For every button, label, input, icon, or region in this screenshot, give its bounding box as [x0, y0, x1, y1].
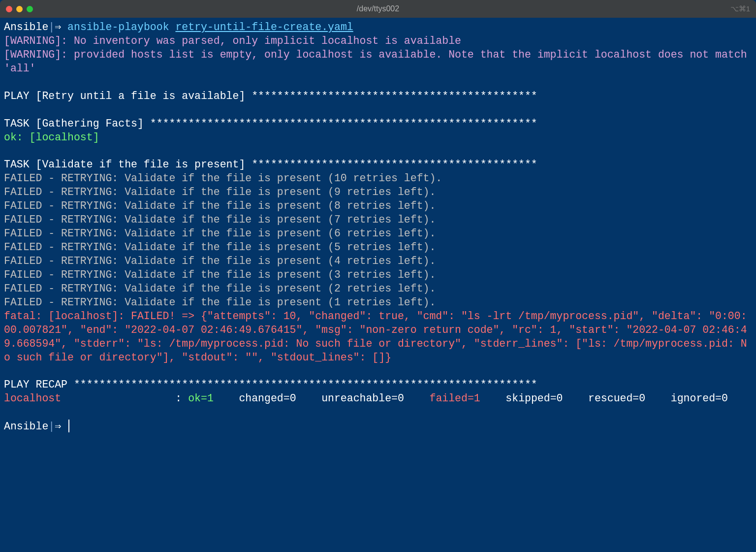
task-header: TASK [Validate if the file is present] *… [4, 158, 752, 172]
recap-failed: failed=1 [423, 392, 500, 404]
warning-line: [WARNING]: provided hosts list is empty,… [4, 48, 752, 76]
cursor-icon [68, 420, 69, 432]
command-text: ansible-playbook [67, 21, 175, 33]
recap-line: localhost : ok=1 changed=0 unreachable=0… [4, 392, 752, 406]
prompt-separator: | [48, 21, 55, 33]
close-icon[interactable] [6, 6, 12, 12]
blank-line [4, 103, 752, 117]
task-ok-line: ok: [localhost] [4, 131, 752, 145]
command-line: Ansible|⇒ ansible-playbook retry-until-f… [4, 21, 752, 34]
retry-line: FAILED - RETRYING: Validate if the file … [4, 186, 752, 199]
retry-line: FAILED - RETRYING: Validate if the file … [4, 255, 752, 268]
fatal-line: fatal: [localhost]: FAILED! => {"attempt… [4, 310, 752, 365]
retry-line: FAILED - RETRYING: Validate if the file … [4, 241, 752, 255]
prompt-project: Ansible [4, 21, 48, 33]
retry-line: FAILED - RETRYING: Validate if the file … [4, 199, 752, 213]
traffic-lights [6, 6, 33, 12]
terminal-output[interactable]: Ansible|⇒ ansible-playbook retry-until-f… [0, 18, 756, 438]
minimize-icon[interactable] [16, 6, 23, 12]
prompt-separator: | [48, 421, 55, 432]
retry-line: FAILED - RETRYING: Validate if the file … [4, 268, 752, 282]
recap-host: localhost [4, 392, 61, 404]
titlebar-shortcut-indicator: ⌥⌘1 [730, 4, 750, 14]
recap-changed: changed=0 [233, 392, 315, 404]
blank-line [4, 144, 752, 158]
prompt-arrow: ⇒ [55, 421, 67, 432]
blank-line [4, 76, 752, 90]
recap-ok: ok=1 [188, 392, 232, 404]
prompt-arrow: ⇒ [55, 21, 67, 33]
retry-line: FAILED - RETRYING: Validate if the file … [4, 296, 752, 310]
recap-rescued: rescued=0 [582, 392, 664, 404]
play-header: PLAY [Retry until a file is available] *… [4, 90, 752, 103]
retry-line: FAILED - RETRYING: Validate if the file … [4, 172, 752, 186]
blank-line [4, 406, 752, 420]
recap-skipped: skipped=0 [499, 392, 582, 404]
recap-pad [61, 392, 169, 404]
blank-line [4, 364, 752, 378]
command-arg: retry-until-file-create.yaml [175, 21, 353, 33]
prompt-project: Ansible [4, 421, 48, 432]
retry-line: FAILED - RETRYING: Validate if the file … [4, 213, 752, 227]
recap-unreachable: unreachable=0 [315, 392, 423, 404]
window-title: /dev/ttys002 [357, 4, 399, 14]
recap-sep: : [169, 392, 188, 404]
recap-header: PLAY RECAP *****************************… [4, 378, 752, 392]
warning-line: [WARNING]: No inventory was parsed, only… [4, 34, 752, 48]
recap-ignored: ignored=0 [664, 392, 728, 404]
task-header: TASK [Gathering Facts] *****************… [4, 117, 752, 131]
prompt-line: Ansible|⇒ [4, 420, 752, 434]
window-titlebar: /dev/ttys002 ⌥⌘1 [0, 0, 756, 18]
maximize-icon[interactable] [27, 6, 33, 12]
retry-line: FAILED - RETRYING: Validate if the file … [4, 227, 752, 241]
retry-line: FAILED - RETRYING: Validate if the file … [4, 282, 752, 296]
